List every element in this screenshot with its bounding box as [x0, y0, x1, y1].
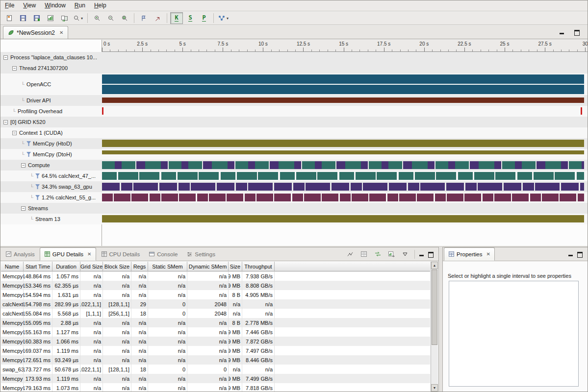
import-export-button[interactable] [372, 249, 383, 259]
run-analysis-dropdown[interactable]: ▾ [217, 12, 230, 24]
new-session-button[interactable] [3, 12, 16, 24]
table-row[interactable]: swap_63173.727 ms50.678 µs[1022,1,1][128… [1, 365, 430, 374]
tree-cell-stream-13[interactable]: └Stream 13 [0, 214, 102, 224]
close-icon[interactable]: ✕ [59, 30, 63, 35]
tab-console[interactable]: Console [145, 247, 181, 261]
scroll-down-icon[interactable]: ▼ [431, 384, 438, 392]
column-header-duration[interactable]: Duration [52, 262, 80, 271]
timeline-row-memcpy-htod[interactable]: └MemCpy (HtoD) [0, 138, 588, 149]
minimize-icon[interactable] [419, 251, 425, 257]
interval-bar-memcpy-dtoh[interactable] [102, 150, 584, 154]
timeline-track-grid-k520[interactable] [102, 117, 584, 127]
minimize-icon[interactable] [568, 251, 574, 257]
menu-run[interactable]: Run [70, 0, 90, 11]
timeline-track-stream-13[interactable] [102, 214, 584, 224]
zoom-tools-dropdown[interactable]: ▾ [72, 12, 84, 24]
filter-icon[interactable] [35, 173, 40, 178]
trace-view-button[interactable] [345, 249, 356, 259]
export-data-button[interactable] [58, 12, 71, 24]
table-row[interactable]: calcNext154.798 ms282.99 µs[1022,1,1][12… [1, 299, 430, 309]
column-header-size[interactable]: Size [229, 262, 242, 271]
timeline-track-kernel-calcnext-47[interactable] [102, 171, 584, 181]
timeline-track-context-1[interactable] [102, 127, 584, 138]
interval-bar-kernel-calcnext-55[interactable] [102, 194, 584, 201]
tab-cpu-details[interactable]: CPU Details [97, 247, 144, 261]
timeline-track-thread[interactable] [102, 63, 584, 74]
timeline-row-kernel-swap-63[interactable]: └34.3% swap_63_gpu [0, 181, 588, 192]
timeline-track-memcpy-dtoh[interactable] [102, 149, 584, 160]
chart-report-button[interactable] [44, 12, 57, 24]
tree-cell-openacc[interactable]: └OpenACC [0, 74, 102, 95]
timeline-track-kernel-calcnext-55[interactable] [102, 192, 584, 203]
timeline-row-process[interactable]: −Process "laplace_data_clauses 10... [0, 52, 588, 63]
tree-cell-process[interactable]: −Process "laplace_data_clauses 10... [0, 52, 102, 63]
collapse-toggle-icon[interactable]: − [12, 131, 17, 135]
maximize-icon[interactable] [428, 251, 434, 257]
column-header-dynamic-smem[interactable]: Dynamic SMem [187, 262, 229, 271]
vertical-splitter[interactable] [439, 247, 442, 392]
menu-file[interactable]: File [0, 0, 19, 11]
zoom-fit-button[interactable] [118, 12, 131, 24]
timeline-row-memcpy-dtoh[interactable]: └MemCpy (DtoH) [0, 149, 588, 160]
timeline-track-kernel-swap-63[interactable] [102, 181, 584, 192]
timeline-row-driver-api[interactable]: └Driver API [0, 95, 588, 106]
close-icon[interactable]: ✕ [486, 251, 490, 257]
timeline-row-thread[interactable]: −Thread 2741307200 [0, 63, 588, 74]
timeline-ruler[interactable]: 0 s2.5 s5 s7.5 s10 s12.5 s15 s17.5 s20 s… [102, 40, 588, 52]
timeline-track-driver-api[interactable] [102, 95, 584, 106]
column-header-static-smem[interactable]: Static SMem [148, 262, 187, 271]
column-header-regs[interactable]: Regs [131, 262, 148, 271]
interval-bar-kernel-swap-63[interactable] [102, 183, 584, 191]
process-filter-toggle[interactable]: P [198, 12, 210, 24]
tab-gpu-details[interactable]: GPU Details✕ [40, 247, 96, 261]
timeline-track-memcpy-htod[interactable] [102, 138, 584, 149]
interval-bar-stream-13[interactable] [102, 215, 584, 222]
tree-cell-profiling-overhead[interactable]: └Profiling Overhead [0, 106, 102, 117]
group-columns-button[interactable] [358, 249, 369, 259]
timeline-row-grid-k520[interactable]: −[0] GRID K520 [0, 117, 588, 127]
column-header-grid-size[interactable]: Grid Size [80, 262, 103, 271]
filter-icon[interactable] [26, 141, 31, 146]
menu-window[interactable]: Window [40, 0, 70, 11]
tab-settings[interactable]: Settings [182, 247, 219, 261]
interval-bar-kernel-calcnext-47[interactable] [102, 172, 584, 180]
interval-bar-openacc[interactable] [102, 74, 584, 84]
interval-bar-openacc[interactable] [102, 85, 584, 94]
interval-bar-compute[interactable] [102, 161, 584, 169]
goto-selection-button[interactable] [151, 12, 164, 24]
tree-cell-context-1[interactable]: −Context 1 (CUDA) [0, 127, 102, 138]
close-icon[interactable]: ✕ [87, 251, 91, 257]
add-marker-button[interactable] [137, 12, 150, 24]
tree-cell-thread[interactable]: −Thread 2741307200 [0, 63, 102, 74]
timeline-row-kernel-calcnext-47[interactable]: └64.5% calcNext_47_... [0, 171, 588, 181]
table-row[interactable]: Memcpy172.651 ms93.249 µsn/an/an/an/an/a… [1, 355, 430, 365]
table-row[interactable]: Memcpy179.163 ms1.073 msn/an/an/an/an/a9… [1, 383, 430, 392]
collapse-toggle-icon[interactable]: − [3, 55, 8, 60]
table-row[interactable]: Memcpy169.037 ms1.119 msn/an/an/an/an/a9… [1, 346, 430, 355]
tree-cell-kernel-swap-63[interactable]: └34.3% swap_63_gpu [0, 181, 102, 192]
zoom-in-button[interactable] [91, 12, 103, 24]
timeline-track-profiling-overhead[interactable] [102, 106, 584, 117]
tree-cell-memcpy-htod[interactable]: └MemCpy (HtoD) [0, 138, 102, 149]
tree-cell-kernel-calcnext-47[interactable]: └64.5% calcNext_47_... [0, 171, 102, 181]
table-row[interactable]: Memcpy154.594 ms1.631 µsn/an/an/an/an/a8… [1, 290, 430, 299]
table-scrollbar[interactable]: ▲ ▼ [431, 262, 438, 392]
menu-help[interactable]: Help [90, 0, 111, 11]
column-header-name[interactable]: Name [1, 262, 24, 271]
tree-cell-kernel-calcnext-55[interactable]: └1.2% calcNext_55_g... [0, 192, 102, 203]
collapse-toggle-icon[interactable]: − [21, 163, 26, 168]
timeline-row-streams[interactable]: −Streams [0, 203, 588, 214]
interval-bar-memcpy-htod[interactable] [102, 140, 584, 147]
maximize-icon[interactable] [574, 29, 580, 35]
export-chart-button[interactable] [386, 249, 397, 259]
interval-bar-profiling-overhead[interactable] [581, 107, 582, 115]
table-row[interactable]: Memcpy155.163 ms1.127 msn/an/an/an/an/a9… [1, 327, 430, 337]
kernel-filter-toggle[interactable]: K [170, 12, 183, 24]
tab-properties[interactable]: Properties ✕ [444, 247, 495, 261]
collapse-toggle-icon[interactable]: − [3, 120, 8, 124]
save-timeline-button[interactable] [30, 12, 43, 24]
table-row[interactable]: Memcpy153.346 ms62.355 µsn/an/an/an/an/a… [1, 281, 430, 290]
save-session-button[interactable] [17, 12, 29, 24]
table-row[interactable]: Memcpy155.095 ms2.88 µsn/an/an/an/an/a8 … [1, 318, 430, 327]
collapse-toggle-icon[interactable]: − [12, 66, 17, 71]
